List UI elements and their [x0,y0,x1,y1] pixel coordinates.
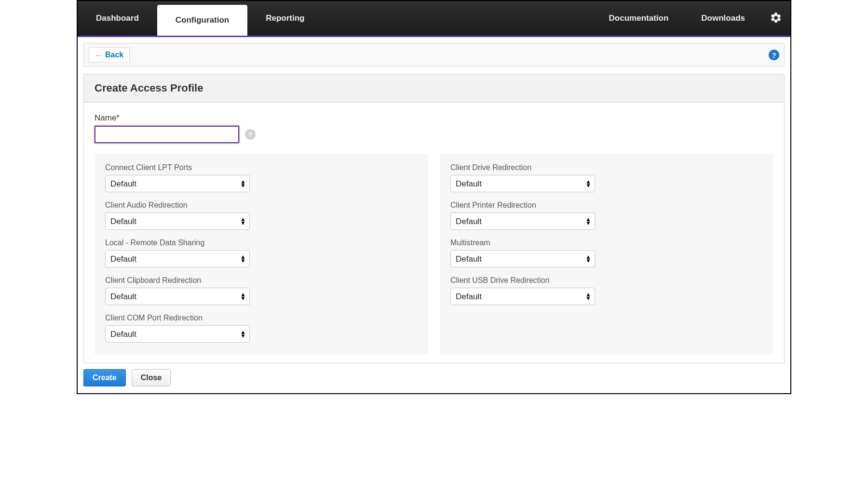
settings-column-right: Client Drive RedirectionDefault▲▼Client … [440,154,773,354]
field-select: Default▲▼ [450,212,595,230]
select-input[interactable]: Default [450,175,595,192]
settings-column-left: Connect Client LPT PortsDefault▲▼Client … [95,154,428,354]
field-label: Connect Client LPT Ports [105,163,418,172]
field-label: Client USB Drive Redirection [450,276,763,285]
field-label: Client COM Port Redirection [105,314,418,322]
field-select: Default▲▼ [105,212,250,230]
topbar-spacer [323,1,593,36]
field-label: Client Drive Redirection [450,163,763,172]
name-label: Name* [95,113,773,123]
create-access-profile-panel: Create Access Profile Name* ? Connect Cl… [83,74,785,363]
settings-button[interactable] [761,1,790,36]
field-label: Client Printer Redirection [450,201,763,210]
select-input[interactable]: Default [450,212,595,230]
field-right-1: Client Printer RedirectionDefault▲▼ [450,201,763,230]
create-button[interactable]: Create [83,369,126,386]
tab-configuration[interactable]: Configuration [157,5,247,36]
arrow-left-icon: ← [95,51,102,59]
field-left-1: Client Audio RedirectionDefault▲▼ [105,201,418,230]
field-select: Default▲▼ [105,250,250,267]
name-input[interactable] [95,126,239,143]
top-nav: Dashboard Configuration Reporting Docume… [78,1,790,37]
field-select: Default▲▼ [450,175,595,192]
select-input[interactable]: Default [105,325,250,343]
name-hint-button[interactable]: ? [245,129,256,140]
field-label: Client Clipboard Redirection [105,276,418,285]
field-right-2: MultistreamDefault▲▼ [450,239,763,267]
select-input[interactable]: Default [105,175,250,192]
select-input[interactable]: Default [450,250,595,267]
tab-reporting[interactable]: Reporting [247,1,323,36]
panel-footer: Create Close [83,369,785,386]
select-input[interactable]: Default [450,288,595,305]
field-left-0: Connect Client LPT PortsDefault▲▼ [105,163,418,192]
link-documentation[interactable]: Documentation [593,1,685,36]
gear-icon [770,12,782,26]
field-select: Default▲▼ [105,288,250,305]
page-toolbar: ← Back ? [83,43,785,67]
field-label: Multistream [450,239,763,247]
link-downloads[interactable]: Downloads [685,1,761,36]
field-left-4: Client COM Port RedirectionDefault▲▼ [105,314,418,343]
tab-dashboard[interactable]: Dashboard [78,1,157,36]
back-button-label: Back [105,51,123,59]
panel-body: Name* ? Connect Client LPT PortsDefault▲… [84,103,784,363]
field-select: Default▲▼ [105,175,250,192]
field-label: Client Audio Redirection [105,201,418,210]
select-input[interactable]: Default [105,288,250,305]
field-select: Default▲▼ [450,250,595,267]
field-left-2: Local - Remote Data SharingDefault▲▼ [105,239,418,267]
help-button[interactable]: ? [769,50,779,60]
close-button[interactable]: Close [132,369,171,386]
field-select: Default▲▼ [450,288,595,305]
field-left-3: Client Clipboard RedirectionDefault▲▼ [105,276,418,305]
field-right-0: Client Drive RedirectionDefault▲▼ [450,163,763,192]
field-right-3: Client USB Drive RedirectionDefault▲▼ [450,276,763,305]
select-input[interactable]: Default [105,250,250,267]
panel-title: Create Access Profile [84,74,784,103]
back-button[interactable]: ← Back [89,47,130,63]
field-label: Local - Remote Data Sharing [105,239,418,247]
settings-columns: Connect Client LPT PortsDefault▲▼Client … [95,154,773,354]
field-select: Default▲▼ [105,325,250,343]
select-input[interactable]: Default [105,212,250,230]
